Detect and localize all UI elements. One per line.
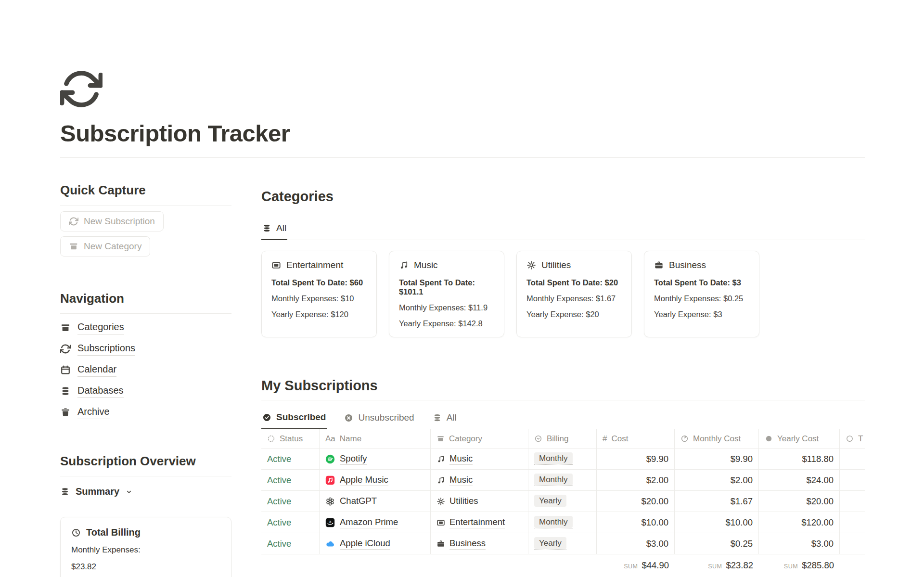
card-total-spent: Total Spent To Date: $3	[654, 278, 749, 287]
new-subscription-button[interactable]: New Subscription	[60, 211, 164, 231]
column-label: T	[858, 434, 863, 444]
billing-tag: Monthly	[534, 474, 573, 486]
subscription-overview-section: Subscription Overview Summary Total Bill…	[60, 454, 231, 577]
categories-tab-all[interactable]: All	[261, 223, 287, 240]
card-yearly-expense: Yearly Expense: $20	[526, 310, 622, 319]
subscription-name-link[interactable]: ChatGPT	[340, 496, 377, 507]
status-value: Active	[267, 454, 291, 464]
subscription-name-link[interactable]: Spotify	[340, 453, 367, 465]
hash-icon: #	[603, 435, 607, 443]
table-row-amazon-prime[interactable]: ActiveaAmazon PrimeEntertainmentMonthly$…	[261, 512, 865, 533]
subscription-name-link[interactable]: Amazon Prime	[340, 517, 398, 528]
column-label: Name	[340, 434, 361, 444]
category-card-music[interactable]: MusicTotal Spent To Date: $101.1Monthly …	[389, 251, 504, 337]
column-sum: SUM$23.82	[675, 560, 759, 571]
column-label: Status	[280, 434, 303, 444]
pie-icon	[680, 435, 689, 443]
table-row-apple-music[interactable]: ActiveApple MusicMusicMonthly$2.00$2.00$…	[261, 470, 865, 491]
notion-page: Subscription Tracker Quick Capture New S…	[0, 0, 924, 577]
gear-icon	[526, 260, 536, 270]
column-sum: SUM$285.80	[759, 560, 840, 571]
card-yearly-expense: Yearly Expense: $3	[654, 310, 749, 319]
column-header-category[interactable]: Category	[431, 429, 528, 448]
sidebar-item-calendar[interactable]: Calendar	[60, 363, 231, 377]
billing-line: Monthly Expenses:	[71, 545, 220, 555]
card-yearly-expense: Yearly Expense: $120	[271, 310, 367, 319]
card-monthly-expenses: Monthly Expenses: $10	[271, 294, 367, 303]
column-label: Monthly Cost	[693, 434, 741, 444]
sidebar: Quick Capture New SubscriptionNew Catego…	[60, 183, 231, 577]
new-category-button[interactable]: New Category	[60, 236, 150, 256]
subs-tab-unsubscribed[interactable]: Unsubscribed	[343, 412, 415, 429]
quick-capture-section: Quick Capture New SubscriptionNew Catego…	[60, 183, 231, 256]
summary-view-toggle[interactable]: Summary	[60, 486, 231, 497]
category-link[interactable]: Entertainment	[449, 517, 505, 528]
card-name: Entertainment	[286, 260, 343, 270]
divider	[60, 507, 231, 507]
card-monthly-expenses: Monthly Expenses: $11.9	[399, 303, 494, 312]
subs-tab-subscribed[interactable]: Subscribed	[261, 412, 327, 429]
category-card-business[interactable]: BusinessTotal Spent To Date: $3Monthly E…	[644, 251, 759, 337]
navigation-heading: Navigation	[60, 291, 231, 306]
filled-circle-icon	[765, 435, 773, 443]
tab-label: Unsubscribed	[358, 412, 414, 423]
column-header-name[interactable]: AaName	[320, 429, 431, 448]
overview-heading: Subscription Overview	[60, 454, 231, 469]
summary-label: Summary	[76, 486, 119, 497]
category-link[interactable]: Utilities	[449, 496, 478, 507]
circle-icon	[846, 435, 854, 443]
card-name: Utilities	[541, 260, 571, 270]
clock-icon	[71, 528, 81, 538]
subs-tab-all[interactable]: All	[432, 412, 458, 429]
card-monthly-expenses: Monthly Expenses: $1.67	[526, 294, 622, 303]
cost-value: $20.00	[597, 491, 675, 512]
spotify-logo	[325, 454, 335, 464]
chatgpt-logo	[325, 497, 335, 506]
chevron-down-icon	[125, 488, 133, 496]
table-row-apple-icloud[interactable]: ActiveApple iCloudBusinessYearly$3.00$0.…	[261, 533, 865, 554]
main-content: Categories All EntertainmentTotal Spent …	[261, 183, 865, 577]
subscription-name-link[interactable]: Apple iCloud	[340, 538, 390, 550]
tab-label: All	[276, 223, 286, 233]
subscriptions-table: StatusAaNameCategoryBilling#CostMonthly …	[261, 429, 865, 577]
column-header-monthly-cost[interactable]: Monthly Cost	[675, 429, 759, 448]
categories-tabbar: All	[261, 211, 865, 240]
column-header-billing[interactable]: Billing	[528, 429, 597, 448]
category-link[interactable]: Business	[449, 538, 486, 550]
card-total-spent: Total Spent To Date: $20	[526, 278, 622, 287]
sidebar-item-subscriptions[interactable]: Subscriptions	[60, 342, 231, 356]
total-billing-card[interactable]: Total Billing Monthly Expenses:$23.82Yea…	[60, 517, 231, 577]
billing-tag: Monthly	[534, 452, 573, 464]
sidebar-item-categories[interactable]: Categories	[60, 321, 231, 334]
yearly-cost-value: $120.00	[759, 512, 840, 533]
column-label: Billing	[547, 434, 568, 444]
category-link[interactable]: Music	[449, 474, 473, 486]
sidebar-item-archive[interactable]: Archive	[60, 405, 231, 419]
database-icon	[60, 487, 70, 497]
apple-music-logo	[325, 475, 335, 485]
select-icon	[534, 435, 542, 443]
column-header-yearly-cost[interactable]: Yearly Cost	[759, 429, 840, 448]
sidebar-item-databases[interactable]: Databases	[60, 384, 231, 398]
table-header-row: StatusAaNameCategoryBilling#CostMonthly …	[261, 429, 865, 449]
category-card-entertainment[interactable]: EntertainmentTotal Spent To Date: $60Mon…	[261, 251, 377, 337]
database-icon	[433, 413, 442, 423]
category-link[interactable]: Music	[449, 453, 473, 465]
refresh-icon	[69, 217, 78, 226]
briefcase-icon	[436, 539, 445, 548]
cost-value: $2.00	[597, 470, 675, 490]
subscription-name-link[interactable]: Apple Music	[340, 474, 388, 486]
column-header-t[interactable]: T	[840, 429, 865, 448]
table-row-chatgpt[interactable]: ActiveChatGPTUtilitiesYearly$20.00$1.67$…	[261, 491, 865, 512]
column-header-status[interactable]: Status	[261, 429, 320, 448]
page-icon-refresh[interactable]	[60, 68, 103, 110]
card-total-spent: Total Spent To Date: $60	[271, 278, 367, 287]
briefcase-icon	[654, 260, 664, 270]
monthly-cost-value: $9.90	[675, 449, 759, 469]
table-sum-row: SUM$44.90SUM$23.82SUM$285.80	[261, 554, 865, 577]
column-header-cost[interactable]: #Cost	[597, 429, 675, 448]
nav-label: Archive	[77, 405, 110, 419]
nav-label: Categories	[77, 321, 124, 334]
category-card-utilities[interactable]: UtilitiesTotal Spent To Date: $20Monthly…	[516, 251, 632, 337]
table-row-spotify[interactable]: ActiveSpotifyMusicMonthly$9.90$9.90$118.…	[261, 449, 865, 470]
